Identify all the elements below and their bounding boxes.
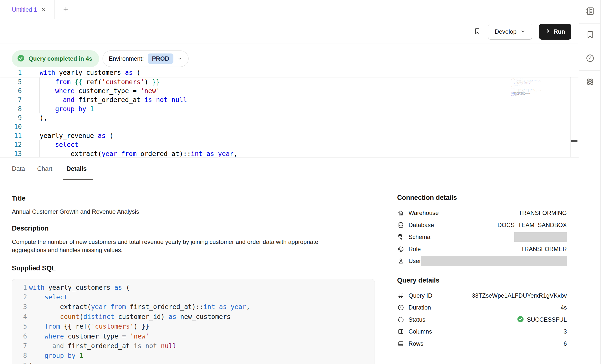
run-label: Run [554,28,565,35]
detail-value: 33TZseWpe1ALFDUYerxR1gVKxbv [472,292,567,299]
detail-value: TRANSFORMER [521,246,567,253]
code-line-text: with yearly_customers as ( [40,69,140,76]
detail-label: Duration [409,304,431,311]
detail-label: Schema [409,234,430,240]
editor-line[interactable]: 9), [0,113,579,122]
supplied-sql-line: 9), [12,361,375,364]
query-detail-row: Query ID33TZseWpe1ALFDUYerxR1gVKxbv [397,290,567,302]
supplied-sql-line: 8 group by 1 [12,351,375,361]
connection-detail-row: RoleTRANSFORMER [397,243,567,255]
warehouse-icon [397,209,405,217]
editor-line[interactable]: 13 extract(year from ordered_at)::int as… [0,149,579,158]
environment-label: Environment: [109,55,144,62]
editor-line[interactable]: 5 from {{ ref('customers') }} [0,78,579,86]
description-value: Compute the number of new customers and … [12,238,344,254]
line-number: 11 [0,132,22,139]
sql-editor[interactable]: 1with yearly_customers as ( 5 from {{ re… [0,68,579,157]
editor-lines[interactable]: 5 from {{ ref('customers') }}6 where cus… [0,78,579,158]
connection-detail-row: User [397,255,567,267]
detail-label: Database [409,222,434,229]
supplied-sql-line: 2 select [12,292,375,302]
detail-value: 3 [564,328,567,335]
line-number: 7 [0,96,22,104]
detail-label: Rows [409,340,423,347]
editor-sticky-line[interactable]: 1with yearly_customers as ( [0,68,579,77]
check-circle-icon [517,315,524,324]
detail-value: TRANSFORMING [519,209,567,216]
notebook-icon [585,6,595,17]
tab-chart[interactable]: Chart [37,157,52,180]
code-line-text: group by 1 [40,105,94,113]
editor-scrollbar-thumb[interactable] [571,140,577,142]
line-number: 5 [12,323,27,330]
bookmark-button[interactable] [474,27,481,36]
close-icon[interactable] [41,7,46,12]
connection-details-rows: WarehouseTRANSFORMINGDatabaseDOCS_TEAM_S… [397,207,567,267]
detail-label: Query ID [409,292,432,299]
sidebar-item-lineage[interactable] [579,71,601,94]
line-number: 7 [12,342,27,350]
code-line-text: with yearly_customers as ( [27,284,130,291]
sidebar-item-history[interactable] [579,47,601,71]
editor-line[interactable]: 7 and first_ordered_at is not null [0,95,579,104]
code-line-text: extract(year from ordered_at)::int as ye… [40,150,237,157]
supplied-sql-line: 5 from {{ ref('customers') }} [12,322,375,331]
run-button[interactable]: Run [539,24,571,40]
line-number: 8 [0,105,22,113]
editor-line[interactable]: 10 [0,122,579,131]
query-details-heading: Query details [397,277,567,284]
develop-dropdown[interactable]: Develop [488,24,532,40]
editor-line[interactable]: 11yearly_revenue as ( [0,131,579,140]
editor-scrollbar[interactable] [570,68,578,157]
tab-details[interactable]: Details [66,157,87,180]
line-number: 10 [0,123,22,130]
supplied-sql-line: 1with yearly_customers as ( [12,283,375,292]
file-tab-untitled[interactable]: Untitled 1 [0,0,55,19]
history-icon [585,53,595,64]
editor-line[interactable]: 6 where customer_type = 'new' [0,86,579,95]
new-tab-button[interactable] [58,0,74,19]
code-line-text: yearly_revenue as ( [40,132,113,139]
line-number: 13 [0,150,22,157]
connection-detail-row: Schema [397,231,567,243]
code-line-text: where customer_type = 'new' [40,87,160,95]
connection-details-heading: Connection details [397,194,567,202]
query-details-rows: Query ID33TZseWpe1ALFDUYerxR1gVKxbvDurat… [397,290,567,350]
chevron-down-icon [520,28,525,35]
query-detail-row: Duration4s [397,302,567,314]
code-line-text: from {{ ref('customers') }} [27,323,149,330]
environment-selector[interactable]: Environment: PROD [103,51,189,67]
status-badge: SUCCESSFUL [517,315,567,324]
code-line-text: and first_ordered_at is not null [27,342,176,350]
line-number: 8 [12,352,27,359]
line-number: 4 [12,313,27,320]
title-value: Annual Customer Growth and Revenue Analy… [12,208,375,215]
tab-data[interactable]: Data [12,157,25,180]
detail-value: 4s [561,304,567,311]
result-tab-bar: Data Chart Details [0,157,579,180]
title-heading: Title [12,195,375,202]
connection-detail-row: WarehouseTRANSFORMING [397,207,567,219]
editor-line[interactable]: 12 select [0,140,579,149]
duration-icon [397,304,405,311]
query-detail-row: Rows6 [397,338,567,350]
code-line-text: extract(year from first_ordered_at)::int… [27,303,250,311]
query-detail-row: Columns3 [397,326,567,338]
bookmark-icon [585,30,595,40]
editor-line[interactable]: 8 group by 1 [0,104,579,113]
line-number: 1 [0,69,22,76]
environment-value-badge: PROD [148,53,173,64]
file-tab-label: Untitled 1 [12,6,37,13]
user-icon [397,257,405,265]
line-number: 5 [0,78,22,86]
schema-icon [397,233,405,241]
window-scrollbar[interactable] [600,0,601,364]
toolbar: Develop Run [0,19,579,44]
sidebar-item-bookmark[interactable] [579,24,601,47]
detail-value: DOCS_TEAM_SANDBOX [497,222,567,229]
details-panel: Title Annual Customer Growth and Revenue… [12,180,375,364]
right-icon-sidebar [579,0,601,364]
sidebar-item-notebook[interactable] [579,0,601,24]
detail-label: Columns [409,328,432,335]
line-number: 12 [0,141,22,148]
